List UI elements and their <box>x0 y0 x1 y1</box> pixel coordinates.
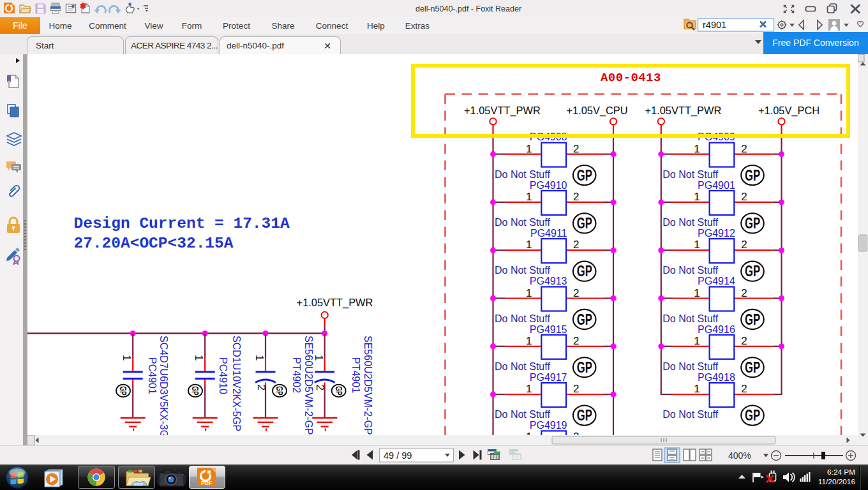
svg-text:Design Current = 17.31A: Design Current = 17.31A <box>74 215 290 232</box>
svg-text:PG4917: PG4917 <box>530 372 567 383</box>
svg-text:Do Not Stuff: Do Not Stuff <box>662 313 718 324</box>
svg-text:2: 2 <box>741 335 747 347</box>
svg-text:1: 1 <box>526 335 532 347</box>
svg-text:PC4910: PC4910 <box>218 357 228 394</box>
svg-text:PG4911: PG4911 <box>530 228 567 239</box>
svg-text:Do Not Stuff: Do Not Stuff <box>662 217 718 228</box>
svg-text:1: 1 <box>694 191 700 203</box>
svg-text:PG4919: PG4919 <box>530 420 567 431</box>
svg-text:Do Not Stuff: Do Not Stuff <box>495 169 550 180</box>
svg-text:2: 2 <box>573 191 579 203</box>
svg-text:SC4D7U6D3V5KX-3G: SC4D7U6D3V5KX-3G <box>158 336 169 435</box>
svg-text:400%: 400% <box>728 450 751 461</box>
svg-text:SE560U2D5VM-2-GP: SE560U2D5VM-2-GP <box>303 336 314 435</box>
svg-text:1: 1 <box>526 431 532 435</box>
svg-text:PC4901: PC4901 <box>147 357 158 394</box>
svg-text:1: 1 <box>253 355 266 360</box>
svg-text:1: 1 <box>526 191 532 203</box>
svg-text:PG4913: PG4913 <box>530 276 567 286</box>
svg-text:+1.05VTT_PWR: +1.05VTT_PWR <box>297 297 373 309</box>
svg-text:PG4918: PG4918 <box>698 372 735 383</box>
svg-text:49 / 99: 49 / 99 <box>384 450 412 461</box>
svg-text:Do Not Stuff: Do Not Stuff <box>662 409 718 420</box>
svg-text:1: 1 <box>694 383 700 395</box>
svg-text:PG4910: PG4910 <box>530 180 567 191</box>
svg-text:PG4901: PG4901 <box>698 180 735 191</box>
svg-text:Do Not Stuff: Do Not Stuff <box>662 265 718 276</box>
svg-text:2: 2 <box>573 431 579 435</box>
svg-text:2: 2 <box>741 143 747 155</box>
svg-text:1: 1 <box>694 335 700 347</box>
svg-text:Do Not Stuff: Do Not Stuff <box>495 361 550 372</box>
svg-text:1: 1 <box>193 355 205 360</box>
svg-text:SE560U2D5VM-2-GP: SE560U2D5VM-2-GP <box>363 336 373 435</box>
svg-text:2: 2 <box>255 385 267 390</box>
svg-text:27.20A<OCP<32.15A: 27.20A<OCP<32.15A <box>74 235 234 252</box>
svg-text:2: 2 <box>573 335 579 347</box>
svg-text:2: 2 <box>741 287 747 299</box>
svg-text:2: 2 <box>573 239 579 251</box>
svg-text:2: 2 <box>573 143 579 155</box>
svg-text:✱: ✱ <box>80 1 87 11</box>
svg-text:2: 2 <box>741 191 747 203</box>
svg-text:PT4902: PT4902 <box>291 357 302 393</box>
svg-text:Do Not Stuff: Do Not Stuff <box>662 169 718 180</box>
svg-text:1: 1 <box>526 143 532 155</box>
svg-text:2: 2 <box>741 239 747 251</box>
svg-text:PDF: PDF <box>201 480 212 486</box>
svg-text:1: 1 <box>526 239 532 251</box>
svg-text:2: 2 <box>573 383 579 395</box>
svg-text:2: 2 <box>314 385 326 390</box>
svg-text:1: 1 <box>694 287 700 299</box>
svg-text:2: 2 <box>741 383 747 395</box>
svg-text:2: 2 <box>573 287 579 299</box>
svg-text:Do Not Stuff: Do Not Stuff <box>495 217 550 228</box>
svg-text:Do Not Stuff: Do Not Stuff <box>495 265 550 276</box>
svg-text:1: 1 <box>121 355 133 360</box>
svg-text:1: 1 <box>694 143 700 155</box>
svg-text:PG4915: PG4915 <box>530 324 567 335</box>
svg-text:1: 1 <box>526 383 532 395</box>
svg-text:Do Not Stuff: Do Not Stuff <box>495 313 550 324</box>
svg-text:PG4912: PG4912 <box>698 228 735 239</box>
svg-text:PG4914: PG4914 <box>698 276 735 286</box>
svg-text:PG4916: PG4916 <box>698 324 735 335</box>
svg-text:1: 1 <box>526 287 532 299</box>
svg-text:Do Not Stuff: Do Not Stuff <box>495 409 550 420</box>
svg-text:PT4901: PT4901 <box>350 357 361 393</box>
svg-text:Do Not Stuff: Do Not Stuff <box>662 361 718 372</box>
svg-text:1: 1 <box>694 239 700 251</box>
svg-text:SCD1U10V2KX-5GP: SCD1U10V2KX-5GP <box>231 336 242 431</box>
svg-text:r4901: r4901 <box>703 20 726 30</box>
